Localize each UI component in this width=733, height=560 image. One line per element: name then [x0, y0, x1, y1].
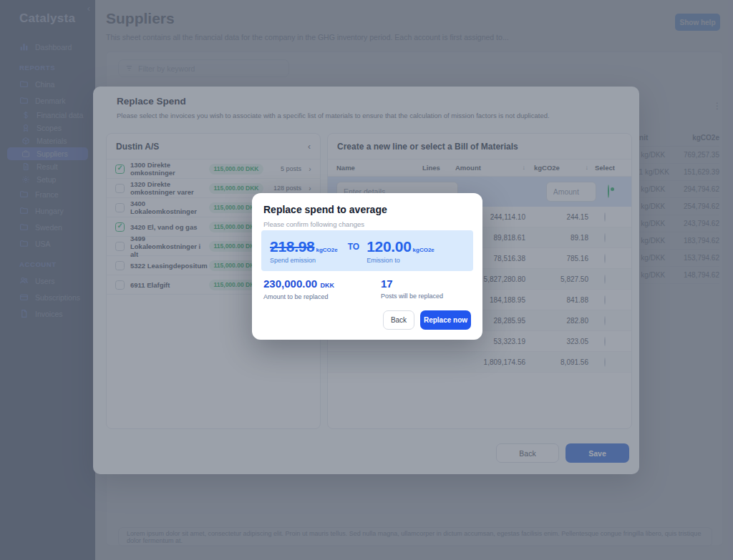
emission-to-value: 120.00: [366, 238, 411, 255]
spend-emission-unit: kgCO2e: [316, 247, 337, 253]
spend-emission-label: Spend emission: [270, 257, 338, 264]
emission-change-box: 218.98kgCO2e Spend emission TO 120.00kgC…: [261, 230, 473, 271]
confirm-subtitle: Please confirm following changes: [263, 220, 364, 228]
replace-now-button[interactable]: Replace now: [420, 310, 471, 330]
app-window: ‹ Catalysta Dashboard REPORTS China Den: [0, 0, 733, 560]
posts-replaced-value: 17: [381, 277, 471, 290]
confirm-back-button[interactable]: Back: [383, 310, 414, 330]
replace-amount-value: 230,000.00: [263, 277, 317, 290]
emission-to-label: Emission to: [366, 257, 435, 264]
replace-amount-unit: DKK: [321, 282, 335, 289]
confirm-title: Replace spend to average: [263, 204, 387, 215]
emission-to-unit: kgCO2e: [413, 247, 435, 253]
to-label: TO: [348, 242, 359, 252]
posts-replaced-label: Posts will be replaced: [381, 293, 471, 300]
confirm-replace-modal: Replace spend to average Please confirm …: [252, 193, 482, 340]
confirm-stats: 230,000.00 DKK Amount to be replaced 17 …: [263, 277, 471, 300]
replace-amount-label: Amount to be replaced: [263, 293, 381, 300]
spend-emission-value: 218.98: [270, 238, 314, 255]
